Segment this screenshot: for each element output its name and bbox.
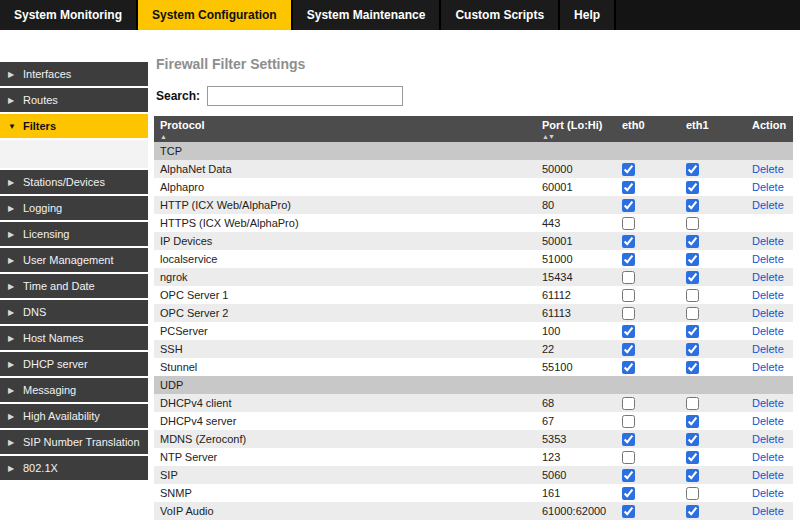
alphanet-data-eth1-checkbox[interactable] [686, 163, 699, 176]
ssh-delete-link[interactable]: Delete [752, 343, 784, 355]
mdns-zeroconf-delete-link[interactable]: Delete [752, 433, 784, 445]
ip-devices-eth1-checkbox[interactable] [686, 235, 699, 248]
table-row-mdns-zeroconf: MDNS (Zeroconf)5353Delete [154, 430, 793, 448]
sidebar-item-stations-devices[interactable]: ▶Stations/Devices [0, 170, 148, 194]
sidebar-item-dhcp-server[interactable]: ▶DHCP server [0, 352, 148, 376]
sip-eth0-checkbox[interactable] [622, 469, 635, 482]
eth1-cell [680, 196, 746, 214]
sidebar-item-802-1x[interactable]: ▶802.1X [0, 456, 148, 480]
action-cell: Delete [746, 466, 793, 484]
ip-devices-eth0-checkbox[interactable] [622, 235, 635, 248]
nav-tab-custom-scripts[interactable]: Custom Scripts [441, 0, 560, 30]
sidebar-item-high-availability[interactable]: ▶High Availability [0, 404, 148, 428]
alphanet-data-delete-link[interactable]: Delete [752, 163, 784, 175]
pcserver-eth1-checkbox[interactable] [686, 325, 699, 338]
opc-server-2-eth1-checkbox[interactable] [686, 307, 699, 320]
alphapro-delete-link[interactable]: Delete [752, 181, 784, 193]
stunnel-eth0-checkbox[interactable] [622, 361, 635, 374]
http-icx-web-alphapro-eth0-checkbox[interactable] [622, 199, 635, 212]
mdns-zeroconf-eth1-checkbox[interactable] [686, 433, 699, 446]
sidebar-item-interfaces[interactable]: ▶Interfaces [0, 62, 148, 86]
http-icx-web-alphapro-eth1-checkbox[interactable] [686, 199, 699, 212]
opc-server-2-delete-link[interactable]: Delete [752, 307, 784, 319]
table-row-opc-server-1: OPC Server 161112Delete [154, 286, 793, 304]
https-icx-web-alphapro-eth1-checkbox[interactable] [686, 217, 699, 230]
sidebar-item-label: Time and Date [23, 280, 95, 292]
ssh-eth0-checkbox[interactable] [622, 343, 635, 356]
eth1-cell [680, 160, 746, 178]
sidebar-item-licensing[interactable]: ▶Licensing [0, 222, 148, 246]
nav-tab-help[interactable]: Help [560, 0, 616, 30]
sidebar-item-user-management[interactable]: ▶User Management [0, 248, 148, 272]
nav-tab-system-maintenance[interactable]: System Maintenance [293, 0, 442, 30]
sidebar-item-dns[interactable]: ▶DNS [0, 300, 148, 324]
sidebar-item-sip-number-translation[interactable]: ▶SIP Number Translation [0, 430, 148, 454]
localservice-eth0-checkbox[interactable] [622, 253, 635, 266]
sidebar-item-host-names[interactable]: ▶Host Names [0, 326, 148, 350]
ngrok-delete-link[interactable]: Delete [752, 271, 784, 283]
section-row-udp: UDP [154, 376, 793, 394]
sidebar-item-filters[interactable]: ▼Filters [0, 114, 148, 138]
sidebar-item-messaging[interactable]: ▶Messaging [0, 378, 148, 402]
sip-delete-link[interactable]: Delete [752, 469, 784, 481]
sidebar-item-time-and-date[interactable]: ▶Time and Date [0, 274, 148, 298]
dhcpv4-client-eth0-checkbox[interactable] [622, 397, 635, 410]
ngrok-eth1-checkbox[interactable] [686, 271, 699, 284]
sort-asc-icon[interactable]: ▲ [160, 133, 530, 140]
sort-both-icon[interactable]: ▲▼ [542, 133, 610, 140]
alphapro-eth1-checkbox[interactable] [686, 181, 699, 194]
sidebar-item-label: Messaging [23, 384, 76, 396]
eth1-cell [680, 358, 746, 376]
voip-audio-delete-link[interactable]: Delete [752, 505, 784, 517]
sidebar-item-routes[interactable]: ▶Routes [0, 88, 148, 112]
opc-server-1-eth0-checkbox[interactable] [622, 289, 635, 302]
protocol-cell: OPC Server 2 [154, 304, 536, 322]
alphapro-eth0-checkbox[interactable] [622, 181, 635, 194]
localservice-delete-link[interactable]: Delete [752, 253, 784, 265]
snmp-delete-link[interactable]: Delete [752, 487, 784, 499]
dhcpv4-client-eth1-checkbox[interactable] [686, 397, 699, 410]
localservice-eth1-checkbox[interactable] [686, 253, 699, 266]
ntp-server-delete-link[interactable]: Delete [752, 451, 784, 463]
protocol-cell: SIP [154, 466, 536, 484]
eth0-cell [616, 178, 680, 196]
port-cell: 5353 [536, 430, 616, 448]
search-input[interactable] [207, 86, 403, 106]
nav-tab-system-configuration[interactable]: System Configuration [138, 0, 293, 30]
opc-server-1-delete-link[interactable]: Delete [752, 289, 784, 301]
pcserver-delete-link[interactable]: Delete [752, 325, 784, 337]
nav-tab-system-monitoring[interactable]: System Monitoring [0, 0, 138, 30]
alphanet-data-eth0-checkbox[interactable] [622, 163, 635, 176]
stunnel-eth1-checkbox[interactable] [686, 361, 699, 374]
dhcpv4-server-eth1-checkbox[interactable] [686, 415, 699, 428]
ngrok-eth0-checkbox[interactable] [622, 271, 635, 284]
ip-devices-delete-link[interactable]: Delete [752, 235, 784, 247]
dhcpv4-client-delete-link[interactable]: Delete [752, 397, 784, 409]
eth1-cell [680, 502, 746, 520]
mdns-zeroconf-eth0-checkbox[interactable] [622, 433, 635, 446]
sidebar-item-logging[interactable]: ▶Logging [0, 196, 148, 220]
snmp-eth0-checkbox[interactable] [622, 487, 635, 500]
dhcpv4-server-delete-link[interactable]: Delete [752, 415, 784, 427]
voip-audio-eth0-checkbox[interactable] [622, 505, 635, 518]
http-icx-web-alphapro-delete-link[interactable]: Delete [752, 199, 784, 211]
sip-eth1-checkbox[interactable] [686, 469, 699, 482]
opc-server-2-eth0-checkbox[interactable] [622, 307, 635, 320]
header-row: Protocol▲Port (Lo:Hi)▲▼eth0eth1Action [154, 116, 793, 142]
pcserver-eth0-checkbox[interactable] [622, 325, 635, 338]
opc-server-1-eth1-checkbox[interactable] [686, 289, 699, 302]
stunnel-delete-link[interactable]: Delete [752, 361, 784, 373]
eth0-cell [616, 160, 680, 178]
column-header-protocol[interactable]: Protocol▲ [154, 116, 536, 142]
voip-audio-eth1-checkbox[interactable] [686, 505, 699, 518]
ntp-server-eth0-checkbox[interactable] [622, 451, 635, 464]
https-icx-web-alphapro-eth0-checkbox[interactable] [622, 217, 635, 230]
eth1-cell [680, 178, 746, 196]
dhcpv4-server-eth0-checkbox[interactable] [622, 415, 635, 428]
eth1-cell [680, 394, 746, 412]
ntp-server-eth1-checkbox[interactable] [686, 451, 699, 464]
port-cell: 61000:62000 [536, 502, 616, 520]
snmp-eth1-checkbox[interactable] [686, 487, 699, 500]
column-header-port-lo-hi[interactable]: Port (Lo:Hi)▲▼ [536, 116, 616, 142]
ssh-eth1-checkbox[interactable] [686, 343, 699, 356]
